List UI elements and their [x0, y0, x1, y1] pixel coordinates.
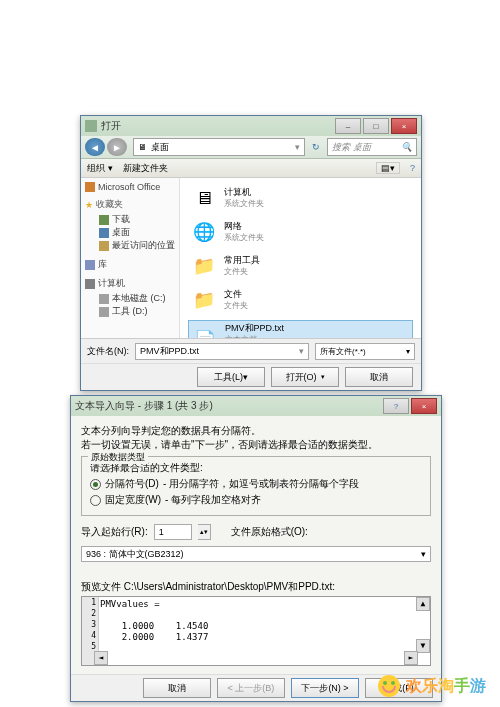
filename-input[interactable]: PMV和PPD.txt▾: [135, 343, 309, 360]
filename-label: 文件名(N):: [87, 345, 129, 358]
close-button[interactable]: ×: [391, 118, 417, 134]
wizard-body: 文本分列向导判定您的数据具有分隔符。 若一切设置无误，请单击"下一步"，否则请选…: [71, 416, 441, 674]
help-button[interactable]: ?: [410, 163, 415, 173]
nav-recent[interactable]: 最近访问的位置: [85, 239, 175, 252]
list-item[interactable]: 📁 文件文件夹: [188, 286, 413, 314]
wizard-close-button[interactable]: ×: [411, 398, 437, 414]
star-icon: ★: [85, 200, 93, 210]
list-item-selected[interactable]: 📄 PMV和PPD.txt文本文档506 字节: [188, 320, 413, 338]
preview-pane: 12345 PMVvalues = 1.0000 1.4540 2.0000 1…: [81, 596, 431, 666]
nav-favorites[interactable]: ★收藏夹: [85, 198, 175, 211]
preview-label: 预览文件 C:\Users\Administrator\Desktop\PMV和…: [81, 580, 431, 594]
scroll-up[interactable]: ▲: [416, 597, 430, 611]
nav-desktop[interactable]: 桌面: [85, 226, 175, 239]
wizard-title: 文本导入向导 - 步骤 1 (共 3 步): [75, 399, 213, 413]
maximize-button[interactable]: □: [363, 118, 389, 134]
search-icon: 🔍: [401, 142, 412, 152]
nav-local-c[interactable]: 本地磁盘 (C:): [85, 292, 175, 305]
import-options-row: 导入起始行(R): 1▴▾ 文件原始格式(O): 936 : 简体中文(GB23…: [81, 524, 431, 562]
preview-content: PMVvalues = 1.0000 1.4540 2.0000 1.4377: [100, 599, 428, 643]
filetype-dropdown[interactable]: 所有文件(*.*)▾: [315, 343, 415, 360]
file-origin-label: 文件原始格式(O):: [231, 525, 308, 539]
open-button[interactable]: 打开(O): [271, 367, 339, 387]
wizard-cancel-button[interactable]: 取消: [143, 678, 211, 698]
new-folder-button[interactable]: 新建文件夹: [123, 162, 168, 175]
radio-delimited[interactable]: [90, 479, 101, 490]
office-icon: [85, 182, 95, 192]
refresh-icon[interactable]: ↻: [309, 142, 323, 152]
nav-libraries[interactable]: 库: [85, 258, 175, 271]
back-button[interactable]: ◄: [85, 138, 105, 156]
scroll-down[interactable]: ▼: [416, 639, 430, 653]
minimize-button[interactable]: –: [335, 118, 361, 134]
search-input[interactable]: 搜索 桌面 🔍: [327, 138, 417, 156]
radio-delimited-desc: - 用分隔字符，如逗号或制表符分隔每个字段: [163, 477, 359, 491]
file-origin-dropdown[interactable]: 936 : 简体中文(GB2312)▾: [81, 546, 431, 562]
start-row-label: 导入起始行(R):: [81, 525, 148, 539]
cancel-button[interactable]: 取消: [345, 367, 413, 387]
view-button[interactable]: ▤▾: [376, 162, 400, 174]
smiley-icon: [378, 675, 400, 697]
computer-icon: [85, 279, 95, 289]
watermark: 欢乐淘手游: [378, 675, 486, 697]
wizard-next-button[interactable]: 下一步(N) >: [291, 678, 359, 698]
open-file-dialog: 打开 – □ × ◄ ► 🖥 桌面 ▾ ↻ 搜索 桌面 🔍 组织 ▾ 新建文件夹…: [80, 115, 422, 391]
wizard-back-button[interactable]: < 上一步(B): [217, 678, 285, 698]
nav-downloads[interactable]: 下载: [85, 213, 175, 226]
folder-icon: 📁: [190, 288, 218, 312]
desktop-small-icon: [99, 228, 109, 238]
nav-office[interactable]: Microsoft Office: [85, 182, 175, 192]
open-titlebar[interactable]: 打开 – □ ×: [81, 116, 421, 136]
download-icon: [99, 215, 109, 225]
filename-row: 文件名(N): PMV和PPD.txt▾ 所有文件(*.*)▾: [81, 338, 421, 363]
txt-icon: 📄: [191, 328, 219, 339]
start-row-input[interactable]: 1: [154, 524, 192, 540]
nav-tools-d[interactable]: 工具 (D:): [85, 305, 175, 318]
folder-icon: 📁: [190, 254, 218, 278]
list-item[interactable]: 🖥 计算机系统文件夹: [188, 184, 413, 212]
start-row-spinner[interactable]: ▴▾: [198, 524, 211, 540]
toolbar: 组织 ▾ 新建文件夹 ▤▾ ?: [81, 159, 421, 178]
recent-icon: [99, 241, 109, 251]
wizard-intro-1: 文本分列向导判定您的数据具有分隔符。: [81, 424, 431, 438]
radio-fixed-row[interactable]: 固定宽度(W) - 每列字段加空格对齐: [90, 493, 422, 507]
text-import-wizard: 文本导入向导 - 步骤 1 (共 3 步) ? × 文本分列向导判定您的数据具有…: [70, 395, 442, 702]
drive-icon: [99, 307, 109, 317]
radio-delimited-row[interactable]: 分隔符号(D) - 用分隔字符，如逗号或制表符分隔每个字段: [90, 477, 422, 491]
library-icon: [85, 260, 95, 270]
watermark-text: 欢乐淘手游: [406, 676, 486, 697]
nav-computer[interactable]: 计算机: [85, 277, 175, 290]
open-title: 打开: [101, 119, 121, 133]
organize-menu[interactable]: 组织 ▾: [87, 162, 113, 175]
forward-button[interactable]: ►: [107, 138, 127, 156]
radio-fixed-label: 固定宽度(W): [105, 493, 161, 507]
address-text: 桌面: [151, 141, 169, 154]
wizard-help-button[interactable]: ?: [383, 398, 409, 414]
file-list: 🖥 计算机系统文件夹 🌐 网络系统文件夹 📁 常用工具文件夹 📁 文件文件夹 📄…: [180, 178, 421, 338]
address-bar: ◄ ► 🖥 桌面 ▾ ↻ 搜索 桌面 🔍: [81, 136, 421, 159]
search-placeholder: 搜索 桌面: [332, 141, 371, 154]
file-browser: Microsoft Office ★收藏夹 下载 桌面 最近访问的位置 库 计算…: [81, 178, 421, 338]
address-field[interactable]: 🖥 桌面 ▾: [133, 138, 305, 156]
scroll-left[interactable]: ◄: [94, 651, 108, 665]
scroll-right[interactable]: ►: [404, 651, 418, 665]
drive-icon: [99, 294, 109, 304]
list-item[interactable]: 🌐 网络系统文件夹: [188, 218, 413, 246]
network-icon: 🌐: [190, 220, 218, 244]
radio-fixed[interactable]: [90, 495, 101, 506]
nav-pane: Microsoft Office ★收藏夹 下载 桌面 最近访问的位置 库 计算…: [81, 178, 180, 338]
radio-delimited-label: 分隔符号(D): [105, 477, 159, 491]
radio-fixed-desc: - 每列字段加空格对齐: [165, 493, 261, 507]
desktop-icon: 🖥: [138, 142, 147, 152]
app-icon: [85, 120, 97, 132]
wizard-titlebar[interactable]: 文本导入向导 - 步骤 1 (共 3 步) ? ×: [71, 396, 441, 416]
original-data-type-group: 原始数据类型 请选择最合适的文件类型: 分隔符号(D) - 用分隔字符，如逗号或…: [81, 456, 431, 516]
computer-large-icon: 🖥: [190, 186, 218, 210]
group-legend: 原始数据类型: [88, 450, 148, 464]
list-item[interactable]: 📁 常用工具文件夹: [188, 252, 413, 280]
tools-menu-button[interactable]: 工具(L) ▾: [197, 367, 265, 387]
open-dialog-buttons: 工具(L) ▾ 打开(O) 取消: [81, 363, 421, 390]
